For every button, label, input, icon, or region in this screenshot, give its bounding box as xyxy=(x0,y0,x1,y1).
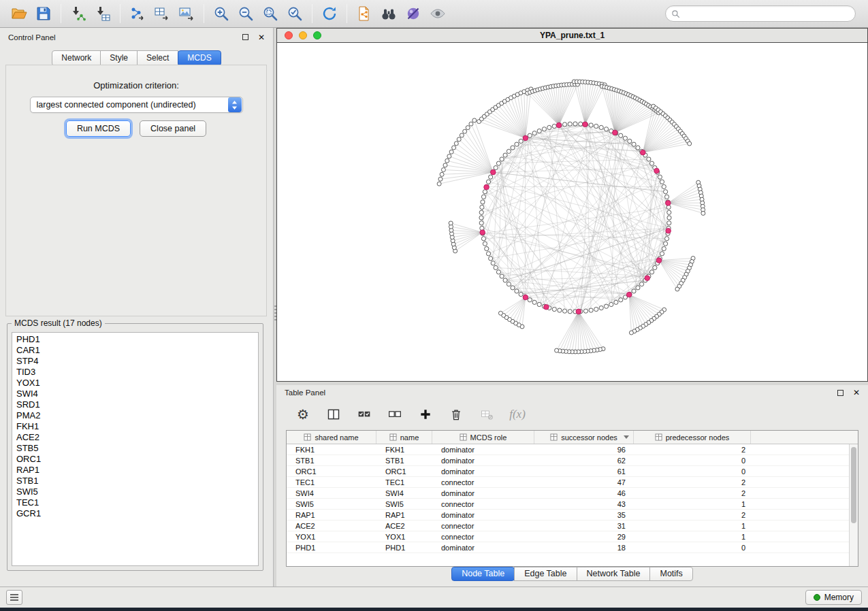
table-cell[interactable]: 2 xyxy=(634,444,751,455)
column-header-successor-nodes[interactable]: successor nodes xyxy=(534,431,634,444)
graphics-details-button[interactable] xyxy=(401,2,425,25)
table-cell[interactable]: 31 xyxy=(534,521,634,531)
table-cell[interactable]: dominator xyxy=(432,466,534,476)
network-node[interactable] xyxy=(479,216,483,220)
network-node[interactable] xyxy=(568,310,572,314)
mcds-node-item[interactable]: STP4 xyxy=(16,356,258,367)
network-node[interactable] xyxy=(647,157,651,161)
show-panels-button[interactable] xyxy=(6,590,22,605)
network-node[interactable] xyxy=(599,125,603,129)
network-node[interactable] xyxy=(675,287,679,291)
network-node[interactable] xyxy=(653,265,657,269)
table-cell[interactable]: 2 xyxy=(634,510,751,520)
mcds-node-item[interactable]: FKH1 xyxy=(16,421,258,432)
table-cell[interactable]: SWI4 xyxy=(376,488,432,498)
network-node[interactable] xyxy=(472,118,477,122)
network-node[interactable] xyxy=(664,195,669,199)
network-node[interactable] xyxy=(619,133,623,137)
table-row[interactable]: PHD1PHD1dominator180 xyxy=(287,542,849,553)
table-cell[interactable]: 2 xyxy=(634,488,751,498)
table-cell[interactable]: 29 xyxy=(534,531,634,542)
network-node[interactable] xyxy=(568,122,572,126)
table-cell[interactable]: TEC1 xyxy=(376,477,432,487)
table-scrollbar[interactable] xyxy=(849,444,858,566)
mcds-node-item[interactable]: ACE2 xyxy=(16,432,258,443)
mcds-hub-node[interactable] xyxy=(491,169,496,175)
mcds-hub-node[interactable] xyxy=(484,184,489,190)
network-node[interactable] xyxy=(583,309,588,313)
table-cell[interactable]: YOX1 xyxy=(287,531,376,542)
network-node[interactable] xyxy=(632,142,636,146)
close-table-panel-icon[interactable]: ✕ xyxy=(853,389,860,397)
network-node[interactable] xyxy=(660,180,664,184)
table-row[interactable]: RAP1RAP1dominator352 xyxy=(287,510,849,521)
mcds-hub-node[interactable] xyxy=(556,122,562,128)
optimization-criterion-select[interactable]: largest connected component (undirected) xyxy=(30,97,243,113)
network-node[interactable] xyxy=(604,304,608,308)
show-columns-button[interactable] xyxy=(325,405,342,424)
table-cell[interactable]: 0 xyxy=(634,542,751,552)
network-node[interactable] xyxy=(437,182,441,186)
table-cell[interactable]: dominator xyxy=(432,488,534,498)
mcds-hub-node[interactable] xyxy=(613,130,618,135)
tab-network-table[interactable]: Network Table xyxy=(577,567,651,581)
network-node[interactable] xyxy=(481,195,485,199)
column-header-mcds-role[interactable]: MCDS role xyxy=(432,431,534,444)
refresh-view-button[interactable] xyxy=(317,2,342,25)
mcds-node-item[interactable]: TID3 xyxy=(16,367,258,378)
network-node[interactable] xyxy=(503,278,507,282)
float-panel-icon[interactable] xyxy=(242,34,248,40)
mcds-node-item[interactable]: GCR1 xyxy=(16,508,258,519)
network-node[interactable] xyxy=(660,252,664,256)
tab-network[interactable]: Network xyxy=(52,50,101,66)
network-node[interactable] xyxy=(614,300,618,304)
zoom-out-button[interactable] xyxy=(234,2,258,25)
network-node[interactable] xyxy=(507,149,511,153)
network-node[interactable] xyxy=(562,122,566,127)
network-node[interactable] xyxy=(498,311,502,315)
network-node[interactable] xyxy=(454,142,458,146)
network-node[interactable] xyxy=(667,210,671,214)
toolbar-search[interactable] xyxy=(665,5,856,22)
network-node[interactable] xyxy=(628,139,632,143)
network-node[interactable] xyxy=(623,136,627,140)
network-node[interactable] xyxy=(463,129,467,133)
table-cell[interactable]: 61 xyxy=(534,466,634,476)
mcds-hub-node[interactable] xyxy=(666,228,671,233)
network-node[interactable] xyxy=(552,124,556,128)
open-session-button[interactable] xyxy=(7,2,31,25)
network-node[interactable] xyxy=(589,308,593,312)
network-node[interactable] xyxy=(480,205,484,209)
network-node[interactable] xyxy=(449,221,453,225)
network-node[interactable] xyxy=(440,172,444,176)
network-node[interactable] xyxy=(479,210,483,214)
mcds-hub-node[interactable] xyxy=(666,201,671,206)
network-node[interactable] xyxy=(639,282,643,286)
export-table-button[interactable] xyxy=(150,2,174,25)
tab-style[interactable]: Style xyxy=(100,50,138,66)
network-node[interactable] xyxy=(494,265,498,269)
memory-button[interactable]: Memory xyxy=(805,590,862,605)
table-cell[interactable]: dominator xyxy=(432,542,534,552)
table-row[interactable]: SWI4SWI4dominator462 xyxy=(287,488,849,499)
table-cell[interactable]: ORC1 xyxy=(376,466,432,476)
network-node[interactable] xyxy=(481,200,485,204)
export-web-button[interactable] xyxy=(352,2,376,25)
table-cell[interactable]: RAP1 xyxy=(376,510,432,520)
table-cell[interactable]: dominator xyxy=(432,510,534,520)
table-cell[interactable]: 43 xyxy=(534,499,634,509)
mcds-result-list[interactable]: PHD1CAR1STP4TID3YOX1SWI4SRD1PMA2FKH1ACE2… xyxy=(12,332,259,566)
table-cell[interactable]: TEC1 xyxy=(287,477,376,487)
network-node[interactable] xyxy=(604,127,608,131)
network-node[interactable] xyxy=(519,139,523,143)
mcds-node-item[interactable]: STB1 xyxy=(16,476,258,486)
mcds-hub-node[interactable] xyxy=(654,168,660,174)
network-node[interactable] xyxy=(485,246,489,250)
network-node[interactable] xyxy=(662,246,666,250)
table-cell[interactable]: connector xyxy=(432,521,534,531)
table-cell[interactable]: ACE2 xyxy=(287,521,376,531)
select-all-rows-button[interactable] xyxy=(355,405,373,424)
delete-rows-button[interactable] xyxy=(447,405,465,424)
mcds-hub-node[interactable] xyxy=(640,150,645,155)
table-cell[interactable]: STB1 xyxy=(287,455,376,465)
